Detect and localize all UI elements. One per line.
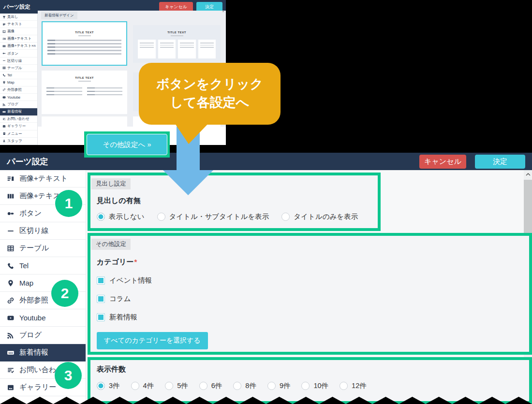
mini-sidebar-item[interactable]: NEW 新着情報 [0, 108, 37, 115]
youtube-icon [2, 96, 6, 99]
mini-sidebar-item[interactable]: テーブル [0, 65, 37, 72]
radio-icon[interactable] [157, 213, 165, 221]
checkbox-option[interactable]: 新着情報 [97, 313, 529, 322]
category-field-label: カテゴリー* [97, 258, 529, 267]
radio-icon[interactable] [97, 382, 105, 390]
sidebar-item[interactable]: テーブル [0, 240, 86, 257]
step-badge-3: 3 [55, 362, 82, 389]
sidebar-item[interactable]: 区切り線 [0, 222, 86, 240]
other-settings-section: その他設定 カテゴリー* イベント情報 コラム [88, 233, 532, 355]
radio-icon[interactable] [131, 382, 139, 390]
radio-option[interactable]: タイトル・サブタイトルを表示 [157, 212, 269, 221]
checkbox-icon[interactable] [97, 313, 105, 321]
radio-label: 10件 [313, 381, 328, 390]
heading-icon [2, 15, 6, 19]
sidebar-item-label: 新着情報 [19, 348, 48, 357]
radio-option[interactable]: 12件 [340, 381, 367, 390]
mini-sidebar-item[interactable]: 画像+テキスト×n [0, 43, 37, 50]
mini-template-card-partial[interactable] [42, 116, 127, 127]
section-tag: 見出し設定 [91, 178, 131, 189]
checkbox-icon[interactable] [97, 276, 105, 285]
menu-icon [2, 132, 6, 135]
sidebar-item-label: Map [19, 279, 33, 287]
radio-icon[interactable] [301, 382, 310, 390]
mini-sidebar-item-label: 画像+テキスト×n [7, 43, 36, 48]
map-icon [2, 81, 6, 84]
text-icon [2, 23, 6, 26]
checkbox-icon[interactable] [97, 295, 105, 303]
table-icon [7, 245, 15, 252]
mini-sidebar-item[interactable]: テキスト [0, 21, 37, 28]
mini-sidebar-item[interactable]: ボタン [0, 50, 37, 57]
radio-option[interactable]: 6件 [199, 381, 222, 390]
mini-template-card[interactable]: TITLE TEXT [42, 71, 127, 114]
sidebar-item[interactable]: Youtube [0, 309, 86, 327]
checkbox-option[interactable]: イベント情報 [97, 276, 529, 285]
callout-line2: して各設定へ [170, 94, 250, 112]
select-all-categories-button[interactable]: すべてのカテゴリーを選択する [97, 332, 208, 349]
divider-icon [2, 59, 6, 62]
sidebar-item[interactable]: NEW 新着情報 [0, 344, 86, 361]
checkbox-option[interactable]: コラム [97, 294, 529, 303]
mini-sidebar-item-label: 見出し [7, 14, 18, 19]
news-icon: NEW [7, 349, 15, 357]
sidebar-item[interactable]: 画像+テキスト [0, 170, 86, 188]
rss-icon [2, 103, 6, 106]
more-settings-highlight-frame: その他設定へ » [84, 131, 170, 158]
radio-option[interactable]: 表示しない [97, 212, 145, 221]
radio-option[interactable]: 4件 [131, 381, 154, 390]
mini-sidebar-item[interactable]: 見出し [0, 14, 37, 21]
radio-option[interactable]: 3件 [97, 381, 120, 390]
mini-sidebar-item[interactable]: Tel [0, 72, 37, 79]
cancel-button[interactable]: キャンセル [419, 155, 466, 169]
mini-sidebar-item[interactable]: メニュー [0, 130, 37, 138]
radio-option[interactable]: 10件 [301, 381, 328, 390]
mini-sidebar-item[interactable]: 区切り線 [0, 58, 37, 65]
mini-design-tab[interactable]: 新着情報デザイン [41, 12, 77, 19]
radio-icon[interactable] [281, 213, 290, 221]
mini-card-title: TITLE TEXT [43, 31, 126, 34]
mini-card-columns [42, 85, 127, 98]
mini-sidebar-item[interactable]: 画像+テキスト [0, 35, 37, 43]
radio-option[interactable]: タイトルのみを表示 [281, 212, 358, 221]
radio-icon[interactable] [233, 382, 241, 390]
gallery-icon [7, 384, 15, 391]
radio-option[interactable]: 5件 [165, 381, 188, 390]
radio-icon[interactable] [199, 382, 207, 390]
mini-card-subtitle-bar [171, 35, 183, 36]
mini-sidebar-item[interactable]: 画像 [0, 28, 37, 35]
panel-title: パーツ設定 [7, 156, 48, 167]
mini-sidebar-item[interactable]: ブログ [0, 101, 37, 108]
radio-icon[interactable] [340, 382, 348, 390]
radio-icon[interactable] [267, 382, 276, 390]
more-settings-button[interactable]: その他設定へ » [87, 134, 167, 155]
staff-icon [2, 139, 6, 143]
mini-scroll-up-icon[interactable]: ⌃ [222, 11, 225, 15]
mini-sidebar-item[interactable]: 外部参照 [0, 87, 37, 94]
mini-sidebar-item-label: お問い合わせ [7, 116, 30, 121]
radio-option[interactable]: 9件 [267, 381, 291, 390]
sidebar-item[interactable]: Tel [0, 257, 86, 274]
mini-sidebar-item[interactable]: お問い合わせ [0, 115, 37, 123]
radio-label: 6件 [211, 381, 222, 390]
mini-sidebar-item[interactable]: ギャラリー [0, 123, 37, 130]
mini-sidebar-item-label: Youtube [7, 95, 20, 100]
mini-sidebar-item[interactable]: Map [0, 79, 37, 87]
sidebar-item-label: 画像+テキスト [19, 174, 68, 183]
mini-sidebar-item[interactable]: スタッフ [0, 138, 37, 145]
mini-sidebar-item[interactable]: Youtube [0, 94, 37, 101]
mini-sidebar-item-label: 区切り線 [7, 58, 22, 63]
confirm-button[interactable]: 決定 [475, 155, 525, 169]
radio-icon[interactable] [97, 213, 105, 221]
button-icon [2, 52, 6, 55]
image-text-icon [2, 37, 6, 41]
mini-template-card-selected[interactable]: TITLE TEXT [42, 21, 127, 66]
radio-icon[interactable] [165, 382, 173, 390]
callout-line1: ボタンをクリック [156, 75, 263, 94]
divider-icon [7, 227, 15, 235]
radio-option[interactable]: 8件 [233, 381, 256, 390]
sidebar-item[interactable]: ブログ [0, 327, 86, 344]
mini-card-subtitle-bar [78, 81, 91, 82]
mini-template-card[interactable]: TITLE TEXT [133, 25, 221, 63]
scroll-up-icon[interactable] [524, 170, 532, 179]
